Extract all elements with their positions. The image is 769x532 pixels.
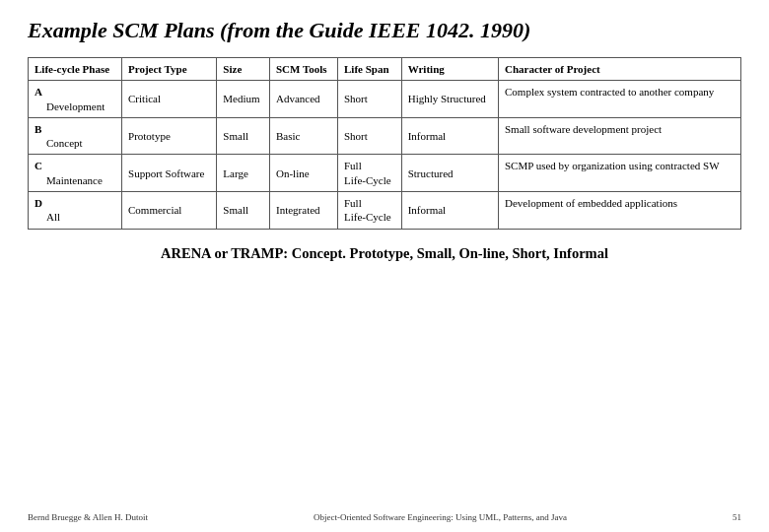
lifespan-cell-b: Short	[337, 117, 401, 155]
table-row: D All Commercial Small Integrated FullLi…	[29, 192, 741, 230]
bottom-bar: Bernd Bruegge & Allen H. Dutoit Object-O…	[28, 508, 741, 522]
writing-cell-a: Highly Structured	[401, 81, 498, 118]
col-header-type: Project Type	[122, 58, 217, 81]
row-letter-a: A	[35, 85, 115, 99]
footer-text: ARENA or TRAMP: Concept. Prototype, Smal…	[28, 245, 741, 262]
bottom-left: Bernd Bruegge & Allen H. Dutoit	[28, 512, 148, 522]
col-header-size: Size	[217, 58, 270, 81]
col-header-phase: Life-cycle Phase	[29, 58, 122, 81]
character-cell-d: Development of embedded applications	[498, 192, 740, 230]
tools-cell-d: Integrated	[269, 192, 337, 230]
bottom-center: Object-Oriented Software Engineering: Us…	[314, 512, 567, 522]
lifespan-cell-a: Short	[337, 81, 401, 118]
col-header-tools: SCM Tools	[269, 58, 337, 81]
row-phase-d: All	[35, 211, 60, 223]
lifespan-cell-c: FullLife-Cycle	[337, 155, 401, 192]
tools-cell-c: On-line	[269, 155, 337, 192]
col-header-lifespan: Life Span	[337, 58, 401, 81]
tools-cell-b: Basic	[269, 117, 337, 155]
page: Example SCM Plans (from the Guide IEEE 1…	[0, 0, 769, 532]
phase-cell: B Concept	[29, 117, 122, 155]
row-phase-b: Concept	[35, 137, 83, 149]
row-letter-d: D	[35, 196, 115, 210]
character-cell-a: Complex system contracted to another com…	[498, 81, 740, 118]
writing-cell-c: Structured	[401, 155, 498, 192]
size-cell-b: Small	[217, 117, 270, 155]
table-row: C Maintenance Support Software Large On-…	[29, 155, 741, 192]
writing-cell-b: Informal	[401, 117, 498, 155]
type-cell-a: Critical	[122, 81, 217, 118]
character-cell-c: SCMP used by organization using contract…	[498, 155, 740, 192]
row-letter-b: B	[35, 122, 115, 136]
type-cell-d: Commercial	[122, 192, 217, 230]
tools-cell-a: Advanced	[269, 81, 337, 118]
writing-cell-d: Informal	[401, 192, 498, 230]
scm-table: Life-cycle Phase Project Type Size SCM T…	[28, 57, 741, 230]
character-cell-b: Small software development project	[498, 117, 740, 155]
type-cell-c: Support Software	[122, 155, 217, 192]
size-cell-d: Small	[217, 192, 270, 230]
col-header-character: Character of Project	[498, 58, 740, 81]
row-phase-c: Maintenance	[35, 174, 103, 186]
col-header-writing: Writing	[401, 58, 498, 81]
bottom-right: 51	[733, 512, 741, 522]
phase-cell: C Maintenance	[29, 155, 122, 192]
table-row: A Development Critical Medium Advanced S…	[29, 81, 741, 118]
phase-cell: D All	[29, 192, 122, 230]
page-title: Example SCM Plans (from the Guide IEEE 1…	[28, 18, 741, 43]
lifespan-cell-d: FullLife-Cycle	[337, 192, 401, 230]
size-cell-c: Large	[217, 155, 270, 192]
type-cell-b: Prototype	[122, 117, 217, 155]
row-phase-a: Development	[35, 100, 105, 112]
size-cell-a: Medium	[217, 81, 270, 118]
phase-cell: A Development	[29, 81, 122, 118]
table-row: B Concept Prototype Small Basic Short In…	[29, 117, 741, 155]
row-letter-c: C	[35, 159, 115, 172]
